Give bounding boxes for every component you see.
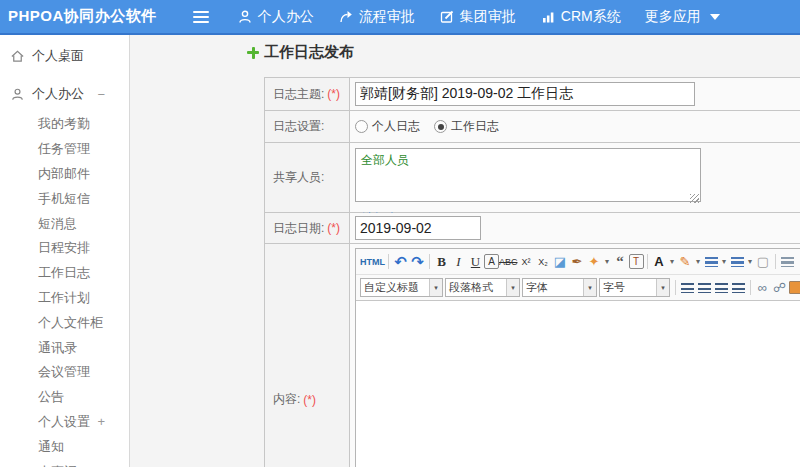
log-type-option-0[interactable]: 个人日志 bbox=[355, 118, 420, 135]
highlight-pen-icon[interactable]: ✎ bbox=[677, 252, 694, 271]
editor-toolbar: HTML↶↷BIUAABCX²X₂◪✒✦▾“TA▾✎▾▾▾▢ 自定义标题▾段落格… bbox=[356, 249, 800, 301]
radio-label: 个人日志 bbox=[372, 118, 420, 135]
nav-item-crm-system[interactable]: CRM系统 bbox=[540, 8, 621, 26]
sidebar-item-14[interactable]: 大事记 bbox=[0, 459, 129, 467]
strikethrough-button[interactable]: ABC bbox=[499, 252, 518, 271]
nav-item-label: 更多应用 bbox=[645, 8, 701, 26]
topbar-nav: 个人办公流程审批集团审批CRM系统更多应用 bbox=[237, 8, 720, 26]
add-icon bbox=[247, 47, 259, 59]
undo-icon[interactable]: ↶ bbox=[392, 252, 409, 271]
flow-icon bbox=[338, 9, 354, 25]
nav-item-workflow-approval[interactable]: 流程审批 bbox=[338, 8, 415, 26]
dropdown-caret-icon[interactable]: ▾ bbox=[746, 257, 755, 266]
bold-button[interactable]: B bbox=[433, 252, 450, 271]
autotypeset-icon[interactable]: ✦ bbox=[586, 252, 603, 271]
log-type-option-1[interactable]: 工作日志 bbox=[434, 118, 499, 135]
nav-item-label: 集团审批 bbox=[460, 8, 516, 26]
sidebar-item-4[interactable]: 短消息 bbox=[0, 211, 129, 236]
sidebar-item-12[interactable]: 个人设置+ bbox=[0, 410, 129, 435]
toolbar-separator bbox=[429, 254, 430, 269]
editor-content-area[interactable] bbox=[356, 301, 800, 467]
sidebar-item-label: 我的考勤 bbox=[38, 115, 90, 133]
font-border-button[interactable]: A bbox=[484, 254, 499, 269]
sidebar-section-personal-office[interactable]: 个人办公 − bbox=[0, 79, 129, 109]
sidebar-item-label: 会议管理 bbox=[38, 363, 90, 381]
sidebar-item-6[interactable]: 工作日志 bbox=[0, 261, 129, 286]
custom-title-select[interactable]: 自定义标题▾ bbox=[360, 278, 443, 297]
align-justify-icon[interactable] bbox=[730, 278, 747, 297]
sidebar-item-9[interactable]: 通讯录 bbox=[0, 335, 129, 360]
required-mark: (*) bbox=[327, 87, 340, 101]
radio-icon[interactable] bbox=[434, 120, 447, 133]
font-family-select[interactable]: 字体▾ bbox=[522, 278, 597, 297]
image-icon[interactable] bbox=[788, 278, 800, 297]
app-logo: PHPOA协同办公软件 bbox=[8, 7, 157, 26]
sidebar-item-label: 工作计划 bbox=[38, 289, 90, 307]
sidebar-item-11[interactable]: 公告 bbox=[0, 385, 129, 410]
main-content: 工作日志发布 日志主题: (*) 日志设置: 个人日志工作日志 bbox=[130, 35, 800, 467]
sidebar-item-3[interactable]: 手机短信 bbox=[0, 186, 129, 211]
sidebar-item-label: 个人设置 bbox=[38, 413, 90, 431]
bullet-list-icon[interactable] bbox=[729, 252, 746, 271]
new-page-icon[interactable]: ▢ bbox=[755, 252, 772, 271]
dropdown-caret-icon[interactable]: ▾ bbox=[694, 257, 703, 266]
underline-button[interactable]: U bbox=[467, 252, 484, 271]
superscript-button[interactable]: X² bbox=[518, 252, 535, 271]
align-right-icon[interactable] bbox=[713, 278, 730, 297]
sidebar-item-10[interactable]: 会议管理 bbox=[0, 360, 129, 385]
html-source-button[interactable]: HTML bbox=[360, 252, 385, 271]
editor-toolbar-row1: HTML↶↷BIUAABCX²X₂◪✒✦▾“TA▾✎▾▾▾▢ bbox=[356, 249, 800, 275]
subscript-button[interactable]: X₂ bbox=[535, 252, 552, 271]
editor-toolbar-row2: 自定义标题▾段落格式▾字体▾字号▾∞☍⊞ bbox=[356, 275, 800, 300]
resize-grip-icon[interactable] bbox=[690, 194, 699, 203]
expand-icon[interactable]: + bbox=[97, 414, 105, 429]
dropdown-caret-icon[interactable]: ▾ bbox=[429, 279, 442, 296]
dropdown-caret-icon[interactable]: ▾ bbox=[506, 279, 519, 296]
format-brush-icon[interactable]: ✒ bbox=[569, 252, 586, 271]
align-left-icon[interactable] bbox=[679, 278, 696, 297]
sidebar-item-8[interactable]: 个人文件柜 bbox=[0, 310, 129, 335]
paragraph-format-select[interactable]: 段落格式▾ bbox=[445, 278, 520, 297]
toolbar-separator bbox=[750, 280, 751, 295]
eraser-icon[interactable]: ◪ bbox=[552, 252, 569, 271]
ordered-list-icon[interactable] bbox=[703, 252, 720, 271]
subject-input[interactable] bbox=[355, 82, 695, 106]
anchor-icon[interactable]: ☍ bbox=[771, 278, 788, 297]
print-icon[interactable] bbox=[779, 252, 796, 271]
dropdown-caret-icon[interactable]: ▾ bbox=[668, 257, 677, 266]
sidebar-item-desktop[interactable]: 个人桌面 bbox=[0, 41, 129, 71]
menu-toggle-icon[interactable] bbox=[193, 11, 209, 23]
sidebar-item-2[interactable]: 内部邮件 bbox=[0, 162, 129, 187]
date-input[interactable] bbox=[355, 216, 481, 240]
sidebar-item-13[interactable]: 通知 bbox=[0, 434, 129, 459]
sidebar-item-0[interactable]: 我的考勤 bbox=[0, 112, 129, 137]
sidebar-item-5[interactable]: 日程安排 bbox=[0, 236, 129, 261]
date-label: 日志日期: (*) bbox=[265, 213, 350, 243]
share-people-textarea[interactable]: 全部人员 bbox=[355, 148, 701, 202]
dropdown-caret-icon[interactable]: ▾ bbox=[603, 257, 612, 266]
sidebar-item-label: 日程安排 bbox=[38, 239, 90, 257]
sidebar-item-7[interactable]: 工作计划 bbox=[0, 286, 129, 311]
font-size-select[interactable]: 字号▾ bbox=[599, 278, 670, 297]
blockquote-icon[interactable]: “ bbox=[612, 252, 629, 271]
page-title: 工作日志发布 bbox=[247, 43, 354, 62]
align-center-icon[interactable] bbox=[696, 278, 713, 297]
person-icon bbox=[237, 9, 253, 25]
nav-item-group-approval[interactable]: 集团审批 bbox=[439, 8, 516, 26]
italic-button[interactable]: I bbox=[450, 252, 467, 271]
dropdown-caret-icon[interactable]: ▾ bbox=[583, 279, 596, 296]
sidebar-item-label: 个人文件柜 bbox=[38, 314, 103, 332]
nav-item-personal-office[interactable]: 个人办公 bbox=[237, 8, 314, 26]
content-label: 内容: (*) bbox=[265, 244, 350, 467]
sidebar-item-1[interactable]: 任务管理 bbox=[0, 137, 129, 162]
nav-item-more-apps[interactable]: 更多应用 bbox=[645, 8, 720, 26]
dropdown-caret-icon[interactable]: ▾ bbox=[720, 257, 729, 266]
paste-text-icon[interactable]: T bbox=[629, 254, 644, 269]
collapse-icon[interactable]: − bbox=[97, 87, 105, 102]
link-icon[interactable]: ∞ bbox=[754, 278, 771, 297]
font-color-button[interactable]: A bbox=[651, 252, 668, 271]
dropdown-caret-icon[interactable]: ▾ bbox=[656, 279, 669, 296]
radio-label: 工作日志 bbox=[451, 118, 499, 135]
radio-icon[interactable] bbox=[355, 120, 368, 133]
redo-icon[interactable]: ↷ bbox=[409, 252, 426, 271]
